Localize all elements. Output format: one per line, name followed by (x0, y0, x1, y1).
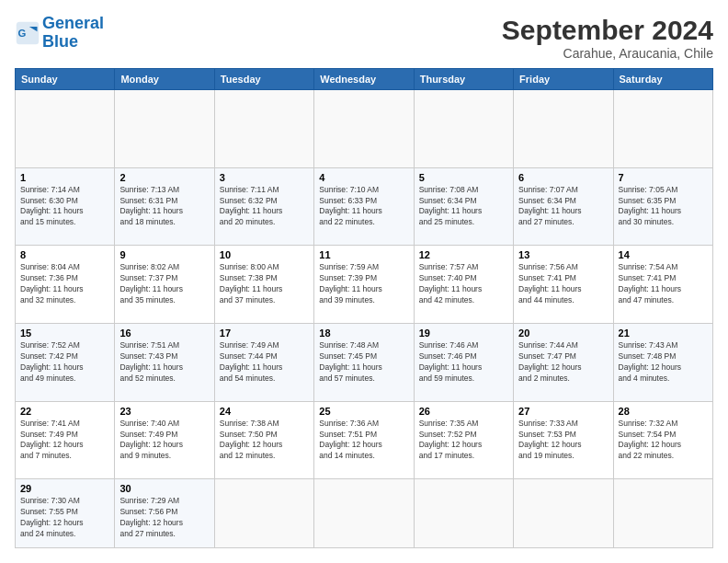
col-tuesday: Tuesday (214, 69, 313, 90)
table-row (414, 479, 513, 548)
table-row (314, 479, 414, 548)
day-number: 14 (619, 249, 708, 260)
table-row: 27Sunrise: 7:33 AM Sunset: 7:53 PM Dayli… (514, 401, 613, 479)
day-info: Sunrise: 7:11 AM Sunset: 6:32 PM Dayligh… (220, 185, 309, 229)
day-info: Sunrise: 7:30 AM Sunset: 7:55 PM Dayligh… (20, 496, 109, 540)
svg-text:G: G (18, 27, 27, 38)
table-row: 21Sunrise: 7:43 AM Sunset: 7:48 PM Dayli… (613, 323, 712, 401)
table-row: 6Sunrise: 7:07 AM Sunset: 6:34 PM Daylig… (514, 167, 613, 246)
table-row: 1Sunrise: 7:14 AM Sunset: 6:30 PM Daylig… (16, 167, 115, 246)
col-thursday: Thursday (414, 69, 513, 90)
day-number: 20 (518, 327, 608, 339)
page: G General Blue September 2024 Carahue, A… (0, 0, 728, 563)
table-row: 2Sunrise: 7:13 AM Sunset: 6:31 PM Daylig… (115, 167, 214, 246)
location-subtitle: Carahue, Araucania, Chile (502, 46, 713, 61)
table-row: 10Sunrise: 8:00 AM Sunset: 7:38 PM Dayli… (214, 246, 313, 324)
day-number: 23 (119, 406, 209, 417)
day-info: Sunrise: 7:57 AM Sunset: 7:40 PM Dayligh… (419, 262, 508, 306)
day-number: 19 (419, 327, 508, 339)
table-row: 17Sunrise: 7:49 AM Sunset: 7:44 PM Dayli… (214, 323, 313, 401)
day-info: Sunrise: 7:05 AM Sunset: 6:35 PM Dayligh… (619, 185, 708, 229)
day-number: 9 (119, 249, 209, 260)
table-row: 8Sunrise: 8:04 AM Sunset: 7:36 PM Daylig… (16, 246, 115, 324)
day-number: 8 (20, 249, 109, 260)
day-info: Sunrise: 7:40 AM Sunset: 7:49 PM Dayligh… (119, 419, 209, 463)
day-number: 26 (419, 406, 508, 417)
day-info: Sunrise: 7:36 AM Sunset: 7:51 PM Dayligh… (319, 419, 408, 463)
day-number: 16 (119, 327, 209, 339)
table-row: 20Sunrise: 7:44 AM Sunset: 7:47 PM Dayli… (514, 323, 613, 401)
table-row (414, 90, 513, 168)
day-info: Sunrise: 7:59 AM Sunset: 7:39 PM Dayligh… (319, 262, 408, 306)
day-info: Sunrise: 7:32 AM Sunset: 7:54 PM Dayligh… (619, 419, 708, 463)
logo-icon: G (15, 20, 40, 46)
day-number: 22 (20, 406, 109, 417)
table-row: 9Sunrise: 8:02 AM Sunset: 7:37 PM Daylig… (115, 246, 214, 324)
calendar-header-row: Sunday Monday Tuesday Wednesday Thursday… (16, 69, 713, 90)
table-row (214, 479, 313, 548)
day-number: 17 (220, 327, 309, 339)
day-info: Sunrise: 7:08 AM Sunset: 6:34 PM Dayligh… (419, 185, 508, 229)
day-info: Sunrise: 7:48 AM Sunset: 7:45 PM Dayligh… (319, 340, 408, 385)
day-info: Sunrise: 7:14 AM Sunset: 6:30 PM Dayligh… (20, 185, 109, 229)
day-number: 5 (419, 172, 508, 183)
table-row: 28Sunrise: 7:32 AM Sunset: 7:54 PM Dayli… (613, 401, 712, 479)
table-row: 24Sunrise: 7:38 AM Sunset: 7:50 PM Dayli… (214, 401, 313, 479)
day-info: Sunrise: 7:52 AM Sunset: 7:42 PM Dayligh… (20, 340, 109, 385)
table-row: 16Sunrise: 7:51 AM Sunset: 7:43 PM Dayli… (115, 323, 214, 401)
title-block: September 2024 Carahue, Araucania, Chile (502, 15, 713, 61)
table-row: 14Sunrise: 7:54 AM Sunset: 7:41 PM Dayli… (613, 246, 712, 324)
day-number: 3 (220, 172, 309, 183)
day-info: Sunrise: 7:54 AM Sunset: 7:41 PM Dayligh… (619, 262, 708, 306)
logo-line1: General (42, 14, 104, 32)
day-info: Sunrise: 7:07 AM Sunset: 6:34 PM Dayligh… (518, 185, 608, 229)
day-number: 6 (518, 172, 608, 183)
day-info: Sunrise: 7:33 AM Sunset: 7:53 PM Dayligh… (518, 419, 608, 463)
day-number: 25 (319, 406, 408, 417)
day-info: Sunrise: 7:29 AM Sunset: 7:56 PM Dayligh… (119, 496, 209, 540)
day-info: Sunrise: 7:43 AM Sunset: 7:48 PM Dayligh… (619, 340, 708, 385)
logo-line2: Blue (42, 32, 78, 51)
table-row (314, 90, 414, 168)
day-number: 29 (20, 483, 109, 494)
table-row (613, 90, 712, 168)
day-info: Sunrise: 7:46 AM Sunset: 7:46 PM Dayligh… (419, 340, 508, 385)
table-row: 13Sunrise: 7:56 AM Sunset: 7:41 PM Dayli… (514, 246, 613, 324)
day-number: 15 (20, 327, 109, 339)
day-number: 30 (119, 483, 209, 494)
table-row: 18Sunrise: 7:48 AM Sunset: 7:45 PM Dayli… (314, 323, 414, 401)
day-info: Sunrise: 7:51 AM Sunset: 7:43 PM Dayligh… (119, 340, 209, 385)
table-row: 26Sunrise: 7:35 AM Sunset: 7:52 PM Dayli… (414, 401, 513, 479)
table-row (514, 90, 613, 168)
day-number: 2 (119, 172, 209, 183)
col-sunday: Sunday (16, 69, 115, 90)
table-row (514, 479, 613, 548)
table-row (613, 479, 712, 548)
col-wednesday: Wednesday (314, 69, 414, 90)
logo: G General Blue (15, 15, 104, 52)
header: G General Blue September 2024 Carahue, A… (15, 15, 713, 61)
day-number: 27 (518, 406, 608, 417)
day-number: 10 (220, 249, 309, 260)
col-friday: Friday (514, 69, 613, 90)
day-info: Sunrise: 7:56 AM Sunset: 7:41 PM Dayligh… (518, 262, 608, 306)
day-info: Sunrise: 7:44 AM Sunset: 7:47 PM Dayligh… (518, 340, 608, 385)
table-row: 22Sunrise: 7:41 AM Sunset: 7:49 PM Dayli… (16, 401, 115, 479)
table-row: 11Sunrise: 7:59 AM Sunset: 7:39 PM Dayli… (314, 246, 414, 324)
day-number: 21 (619, 327, 708, 339)
table-row (214, 90, 313, 168)
table-row: 4Sunrise: 7:10 AM Sunset: 6:33 PM Daylig… (314, 167, 414, 246)
day-number: 28 (619, 406, 708, 417)
day-number: 7 (619, 172, 708, 183)
day-number: 12 (419, 249, 508, 260)
table-row: 19Sunrise: 7:46 AM Sunset: 7:46 PM Dayli… (414, 323, 513, 401)
table-row (115, 90, 214, 168)
day-number: 18 (319, 327, 408, 339)
table-row: 25Sunrise: 7:36 AM Sunset: 7:51 PM Dayli… (314, 401, 414, 479)
table-row: 12Sunrise: 7:57 AM Sunset: 7:40 PM Dayli… (414, 246, 513, 324)
calendar-table: Sunday Monday Tuesday Wednesday Thursday… (15, 68, 713, 548)
day-number: 1 (20, 172, 109, 183)
day-info: Sunrise: 7:35 AM Sunset: 7:52 PM Dayligh… (419, 419, 508, 463)
day-info: Sunrise: 7:49 AM Sunset: 7:44 PM Dayligh… (220, 340, 309, 385)
day-info: Sunrise: 8:00 AM Sunset: 7:38 PM Dayligh… (220, 262, 309, 306)
